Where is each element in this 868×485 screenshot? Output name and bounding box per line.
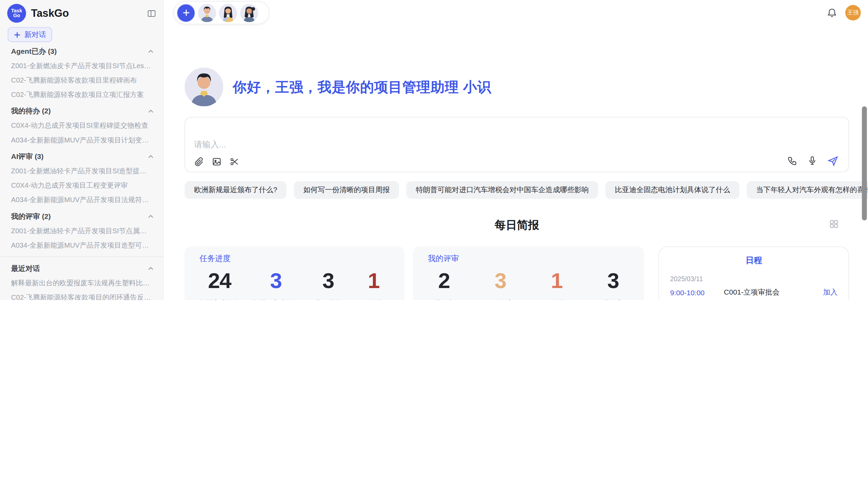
send-icon[interactable] xyxy=(827,155,839,167)
stat-2-2: 3AI预评审 xyxy=(484,269,517,300)
scissors-icon[interactable] xyxy=(229,157,239,167)
greeting-text: 你好，王强，我是你的项目管理助理 小识 xyxy=(233,78,491,96)
sidebar-section-3-item-2[interactable]: C0X4-动力总成开发项目工程变更评审 xyxy=(0,178,163,193)
stat-label: 待评审 xyxy=(597,298,629,300)
suggestion-chip-2[interactable]: 如何写一份清晰的项目周报 xyxy=(294,181,399,199)
stat-value: 1 xyxy=(358,269,390,294)
attachment-icon[interactable] xyxy=(194,157,204,167)
schedule-items: 2025/03/119:00-10:00C001-立项审批会加入2025/03/… xyxy=(659,270,848,300)
stat-value: 1 xyxy=(541,269,573,294)
sidebar-section-4[interactable]: 我的评审 (2) xyxy=(0,209,163,224)
new-chat-button[interactable]: 新对话 xyxy=(8,27,52,42)
chevron-up-icon xyxy=(147,153,154,160)
sidebar-section-3[interactable]: AI评审 (3) xyxy=(0,149,163,164)
recent-chat-item-2[interactable]: C02-飞腾新能源轻客改款项目的闭环通告反馈情况 xyxy=(0,290,163,300)
stat-value: 24 xyxy=(200,269,239,294)
recent-chats[interactable]: 最近对话 xyxy=(0,261,163,276)
schedule-date: 2025/03/11 xyxy=(670,275,837,283)
sidebar-section-2[interactable]: 我的待办 (2) xyxy=(0,103,163,119)
sidebar-section-3-item-1[interactable]: Z001-全新燃油轻卡产品开发项目SI造型提交物评审 xyxy=(0,164,163,178)
composer-left-tools xyxy=(194,157,240,167)
add-contact-button[interactable] xyxy=(177,4,195,22)
image-icon[interactable] xyxy=(212,157,222,167)
user-avatar[interactable]: 王强 xyxy=(845,5,861,21)
sidebar-section-4-label: 我的评审 (2) xyxy=(11,211,147,221)
stat-value: 3 xyxy=(597,269,629,294)
suggestion-chip-3[interactable]: 特朗普可能对进口汽车增税会对中国车企造成哪些影响 xyxy=(407,181,598,199)
chevron-up-icon xyxy=(147,213,154,220)
assistant-avatar xyxy=(184,67,223,106)
schedule-time: 9:00-10:00 xyxy=(670,288,724,297)
schedule-item-1: 2025/03/119:00-10:00C001-立项审批会加入 xyxy=(670,270,837,300)
stat-value: 3 xyxy=(312,269,344,294)
sidebar-section-4-item-1[interactable]: Z001-全新燃油轻卡产品开发项目SI节点属性5D文件评审 xyxy=(0,224,163,238)
daily-briefing-title: 每日简报 xyxy=(184,217,849,233)
stat-card-2: 我的评审2进行中3AI预评审1已逾期3待评审 xyxy=(413,247,644,300)
contact-avatar-3[interactable] xyxy=(240,4,258,22)
sidebar-section-1-item-2[interactable]: C02-飞腾新能源轻客改款项目里程碑画布 xyxy=(0,73,163,87)
stat-label: 已逾期 xyxy=(541,298,573,300)
stat-label: 已逾期 xyxy=(358,298,390,300)
contact-avatar-1[interactable] xyxy=(198,4,216,22)
suggestion-chip-4[interactable]: 比亚迪全固态电池计划具体说了什么 xyxy=(605,181,739,199)
chevron-up-icon xyxy=(147,48,154,54)
sidebar-section-3-item-3[interactable]: A034-全新新能源MUV产品开发项目法规符合性评审 xyxy=(0,193,163,207)
stat-1-3: 3我的待办 xyxy=(312,269,344,300)
recent-chat-item-1[interactable]: 解释最新出台的欧盟报废车法规再生塑料比例被调至15%... xyxy=(0,276,163,290)
stat-2-3: 1已逾期 xyxy=(541,269,573,300)
main-area: 王强 你好，王强，我是你的项目管理助理 小识 请输入... 欧洲新规最近 xyxy=(164,0,868,300)
collapse-sidebar-icon[interactable] xyxy=(147,9,156,18)
topbar-right: 王强 xyxy=(827,5,861,21)
stat-value: 2 xyxy=(428,269,460,294)
app-logo: Task Go xyxy=(7,4,26,23)
vertical-scrollbar-thumb[interactable] xyxy=(862,106,867,220)
composer-right-tools xyxy=(787,155,839,167)
sidebar: Task Go TaskGo 新对话 Agent已办 (3)Z001-全新燃油皮… xyxy=(0,0,164,300)
composer-placeholder: 请输入... xyxy=(194,139,226,150)
schedule-title-text: C001-立项审批会 xyxy=(724,287,823,297)
sidebar-section-1-label: Agent已办 (3) xyxy=(11,46,147,56)
suggestion-chip-1[interactable]: 欧洲新规最近颁布了什么? xyxy=(184,181,287,199)
microphone-icon[interactable] xyxy=(807,156,818,166)
schedule-title: 日程 xyxy=(659,255,848,266)
message-composer[interactable]: 请输入... xyxy=(184,117,849,172)
sidebar-section-2-item-2[interactable]: A034-全新新能源MUV产品开发项目计划变更表编写 xyxy=(0,133,163,147)
stat-columns: 2进行中3AI预评审1已逾期3待评审 xyxy=(428,269,629,300)
stat-1-1: 24新增完成任务 xyxy=(200,269,239,300)
daily-stats-row: 任务进度24新增完成任务3新增AI完成任务3我的待办1已逾期我的评审2进行中3A… xyxy=(184,247,644,300)
chevron-up-icon xyxy=(147,265,154,272)
stat-label: 进行中 xyxy=(428,298,460,300)
stat-label: 新增完成任务 xyxy=(200,298,239,300)
stat-label: 新增AI完成任务 xyxy=(253,298,299,300)
layout-grid-icon[interactable] xyxy=(829,219,839,228)
sidebar-section-1[interactable]: Agent已办 (3) xyxy=(0,44,163,59)
recent-chats-label: 最近对话 xyxy=(11,263,147,273)
stat-columns: 24新增完成任务3新增AI完成任务3我的待办1已逾期 xyxy=(200,269,390,300)
quick-contacts-pill xyxy=(173,1,269,24)
phone-icon[interactable] xyxy=(787,156,798,166)
stat-2-4: 3待评审 xyxy=(597,269,629,300)
sidebar-scroll: Agent已办 (3)Z001-全新燃油皮卡产品开发项目SI节点Lesson L… xyxy=(0,44,163,300)
sidebar-section-4-item-2[interactable]: A034-全新新能源MUV产品开发项目造型可行性评审 xyxy=(0,238,163,252)
stat-value: 3 xyxy=(253,269,299,294)
logo-line2: Go xyxy=(13,13,20,18)
notifications-bell-icon[interactable] xyxy=(827,7,837,18)
join-meeting-link[interactable]: 加入 xyxy=(823,287,837,297)
stat-card-title: 任务进度 xyxy=(200,254,390,264)
schedule-row: 9:00-10:00C001-立项审批会加入 xyxy=(670,287,837,297)
stat-1-2: 3新增AI完成任务 xyxy=(253,269,299,300)
stat-label: 我的待办 xyxy=(312,298,344,300)
sidebar-section-2-item-1[interactable]: C0X4-动力总成开发项目SI里程碑提交物检查 xyxy=(0,119,163,133)
chevron-up-icon xyxy=(147,108,154,114)
sidebar-section-1-item-3[interactable]: C02-飞腾新能源轻客改款项目立项汇报方案 xyxy=(0,87,163,102)
stat-label: AI预评审 xyxy=(484,298,517,300)
suggestion-chip-5[interactable]: 当下年轻人对汽车外观有怎样的喜好趋势 xyxy=(747,181,868,199)
plus-icon xyxy=(14,31,20,38)
sidebar-header: Task Go TaskGo xyxy=(0,0,163,24)
stat-card-1: 任务进度24新增完成任务3新增AI完成任务3我的待办1已逾期 xyxy=(184,247,405,300)
sidebar-section-1-item-1[interactable]: Z001-全新燃油皮卡产品开发项目SI节点Lesson Learn报告 xyxy=(0,59,163,73)
contact-avatar-2[interactable] xyxy=(219,4,237,22)
suggestion-chips: 欧洲新规最近颁布了什么?如何写一份清晰的项目周报特朗普可能对进口汽车增税会对中国… xyxy=(184,181,868,199)
stat-2-1: 2进行中 xyxy=(428,269,460,300)
stat-card-title: 我的评审 xyxy=(428,254,629,264)
